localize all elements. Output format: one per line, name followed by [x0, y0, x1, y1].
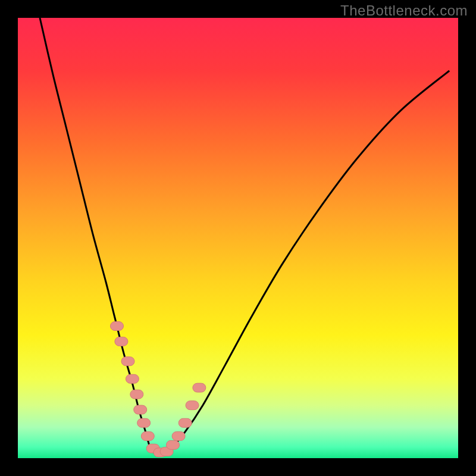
- curve-marker: [166, 440, 179, 449]
- outer-frame: TheBottleneck.com: [0, 0, 476, 476]
- plot-area: [18, 18, 458, 458]
- gradient-background: [18, 18, 458, 458]
- watermark-text: TheBottleneck.com: [340, 2, 468, 19]
- bottleneck-chart: [18, 18, 458, 458]
- curve-marker: [134, 405, 147, 414]
- curve-marker: [137, 418, 151, 427]
- curve-marker: [172, 432, 185, 441]
- curve-marker: [121, 357, 134, 366]
- curve-marker: [126, 374, 139, 383]
- curve-marker: [186, 401, 199, 410]
- curve-marker: [193, 383, 206, 392]
- curve-marker: [141, 432, 154, 441]
- curve-marker: [115, 337, 128, 346]
- curve-marker: [178, 418, 192, 427]
- curve-marker: [111, 322, 124, 331]
- curve-marker: [130, 390, 143, 399]
